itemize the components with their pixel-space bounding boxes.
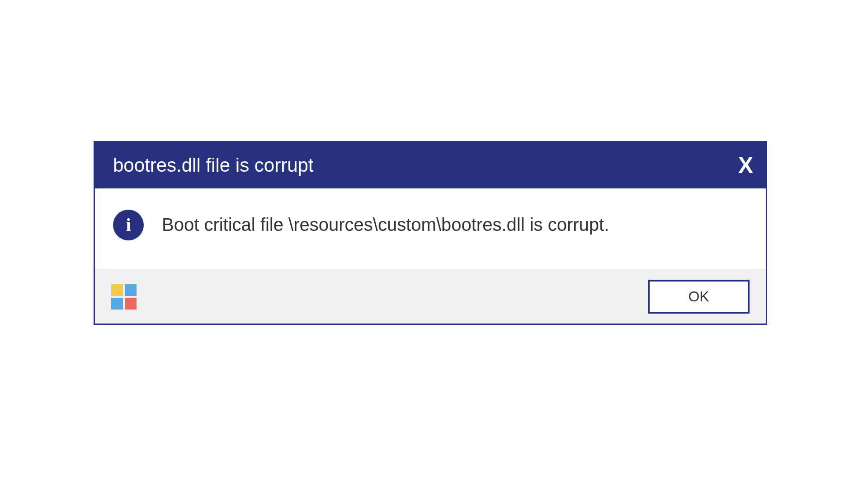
logo-tile: [125, 298, 137, 310]
logo-tile: [111, 298, 123, 310]
dialog-body: i Boot critical file \resources\custom\b…: [95, 188, 766, 270]
dialog-footer: OK: [95, 270, 766, 324]
error-dialog: bootres.dll file is corrupt X i Boot cri…: [94, 141, 767, 325]
close-icon[interactable]: X: [738, 154, 752, 177]
dialog-title: bootres.dll file is corrupt: [113, 155, 314, 176]
ok-button[interactable]: OK: [648, 280, 750, 314]
dialog-message: Boot critical file \resources\custom\boo…: [162, 215, 609, 235]
info-icon: i: [113, 210, 144, 240]
dialog-titlebar[interactable]: bootres.dll file is corrupt X: [95, 142, 766, 188]
logo-tile: [111, 284, 123, 296]
app-logo-icon: [111, 284, 137, 310]
logo-tile: [125, 284, 137, 296]
